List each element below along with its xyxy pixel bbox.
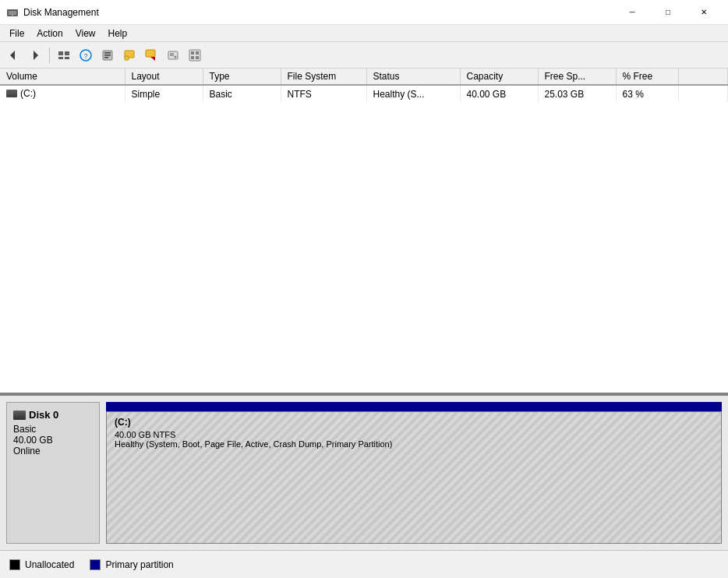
- svg-rect-7: [58, 57, 63, 59]
- partition-header-bar: [106, 402, 722, 411]
- col-pctfree[interactable]: % Free: [616, 69, 678, 85]
- svg-point-21: [175, 55, 177, 58]
- svg-rect-14: [104, 57, 108, 58]
- table-area[interactable]: Volume Layout Type File System Status Ca…: [0, 69, 728, 394]
- legend-primary-swatch: [90, 559, 101, 570]
- menu-view[interactable]: View: [69, 26, 102, 41]
- maximize-button[interactable]: □: [650, 0, 686, 25]
- cell-filesystem: NTFS: [281, 85, 366, 102]
- svg-rect-20: [170, 53, 174, 56]
- disk-button[interactable]: [163, 45, 183, 65]
- menu-file[interactable]: File: [3, 26, 30, 41]
- disk-area: Disk 0 Basic 40.00 GB Online (C:) 40.00 …: [0, 394, 728, 550]
- partition-size-fs: 40.00 GB NTFS: [115, 430, 713, 439]
- partition-title: (C:): [115, 417, 713, 428]
- minimize-button[interactable]: ─: [614, 0, 650, 25]
- main-area: Volume Layout Type File System Status Ca…: [0, 69, 728, 578]
- svg-rect-1: [9, 11, 16, 15]
- disk-partitions: (C:) 40.00 GB NTFS Healthy (System, Boot…: [106, 402, 722, 544]
- disk-label-icon: [13, 411, 26, 420]
- disk-type: Basic: [13, 424, 93, 435]
- title-bar-controls: ─ □ ✕: [614, 0, 722, 25]
- cell-status: Healthy (S...: [366, 85, 460, 102]
- svg-rect-8: [65, 57, 69, 59]
- legend-area: Unallocated Primary partition: [0, 550, 728, 578]
- menu-help[interactable]: Help: [102, 26, 134, 41]
- svg-point-2: [12, 14, 13, 16]
- svg-rect-16: [125, 56, 129, 60]
- forward-button[interactable]: [25, 45, 45, 65]
- svg-rect-6: [65, 51, 69, 55]
- close-button[interactable]: ✕: [686, 0, 722, 25]
- svg-rect-24: [196, 51, 199, 55]
- disk-view: Disk 0 Basic 40.00 GB Online (C:) 40.00 …: [0, 396, 728, 550]
- col-filesystem[interactable]: File System: [281, 69, 366, 85]
- svg-rect-26: [196, 56, 199, 59]
- disk-label-name: Disk 0: [13, 409, 93, 421]
- legend-primary-label: Primary partition: [105, 559, 173, 570]
- volume-view-button[interactable]: [54, 45, 74, 65]
- col-extra: [678, 69, 728, 85]
- cell-volume: (C:): [0, 85, 125, 102]
- table-header-row: Volume Layout Type File System Status Ca…: [0, 69, 728, 85]
- app-icon: [6, 6, 19, 19]
- cell-extra: [678, 85, 728, 102]
- disk-number: Disk 0: [29, 409, 58, 421]
- cell-layout: Simple: [125, 85, 203, 102]
- disk-size: 40.00 GB: [13, 435, 93, 446]
- cell-pctfree: 63 %: [616, 85, 678, 102]
- svg-rect-17: [146, 50, 155, 57]
- legend-unalloc-label: Unallocated: [25, 559, 74, 570]
- svg-marker-4: [34, 51, 38, 60]
- svg-rect-5: [58, 51, 63, 55]
- help-button[interactable]: ?: [76, 45, 96, 65]
- svg-rect-25: [191, 56, 194, 59]
- svg-marker-3: [10, 51, 15, 60]
- svg-marker-18: [150, 57, 155, 61]
- window-title: Disk Management: [23, 7, 99, 18]
- disk-status: Online: [13, 446, 93, 456]
- volume-icon: (C:): [6, 88, 36, 99]
- svg-rect-23: [191, 51, 194, 55]
- cell-type: Basic: [203, 85, 281, 102]
- svg-text:?: ?: [83, 52, 87, 60]
- toolbar: ?: [0, 42, 728, 69]
- col-status[interactable]: Status: [366, 69, 460, 85]
- back-button[interactable]: [3, 45, 23, 65]
- col-type[interactable]: Type: [203, 69, 281, 85]
- add-button[interactable]: [141, 45, 161, 65]
- partition-status: Healthy (System, Boot, Page File, Active…: [115, 439, 713, 449]
- legend-primary: Primary partition: [90, 559, 173, 570]
- disk-icon: [6, 90, 17, 97]
- col-freespace[interactable]: Free Sp...: [538, 69, 616, 85]
- col-capacity[interactable]: Capacity: [460, 69, 538, 85]
- menu-action[interactable]: Action: [30, 26, 69, 41]
- cell-capacity: 40.00 GB: [460, 85, 538, 102]
- disk-table: Volume Layout Type File System Status Ca…: [0, 69, 728, 102]
- cell-freespace: 25.03 GB: [538, 85, 616, 102]
- svg-rect-12: [104, 52, 111, 54]
- volume-label: (C:): [20, 88, 36, 99]
- col-volume[interactable]: Volume: [0, 69, 125, 85]
- properties-button[interactable]: [97, 45, 118, 65]
- up-button[interactable]: [119, 45, 140, 65]
- title-bar-left: Disk Management: [6, 6, 99, 19]
- disk-label: Disk 0 Basic 40.00 GB Online: [6, 402, 100, 544]
- legend-unalloc-swatch: [9, 559, 20, 570]
- view-button[interactable]: [185, 45, 205, 65]
- svg-rect-13: [104, 55, 111, 56]
- partition-c-drive[interactable]: (C:) 40.00 GB NTFS Healthy (System, Boot…: [106, 411, 722, 544]
- col-layout[interactable]: Layout: [125, 69, 203, 85]
- title-bar: Disk Management ─ □ ✕: [0, 0, 728, 25]
- menu-bar: File Action View Help: [0, 25, 728, 42]
- toolbar-sep-1: [49, 48, 50, 63]
- legend-unallocated: Unallocated: [9, 559, 74, 570]
- table-row[interactable]: (C:) Simple Basic NTFS Healthy (S... 40.…: [0, 85, 728, 102]
